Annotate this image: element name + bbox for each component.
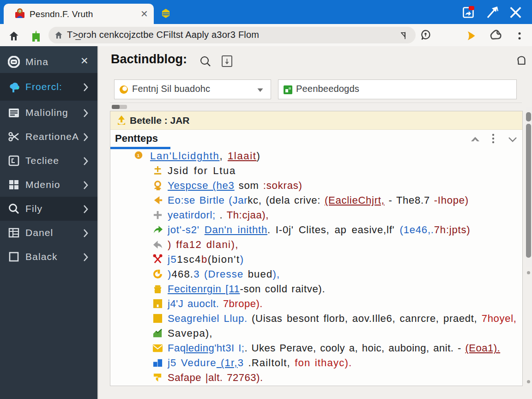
svg-text:1: 1 [137,153,140,158]
